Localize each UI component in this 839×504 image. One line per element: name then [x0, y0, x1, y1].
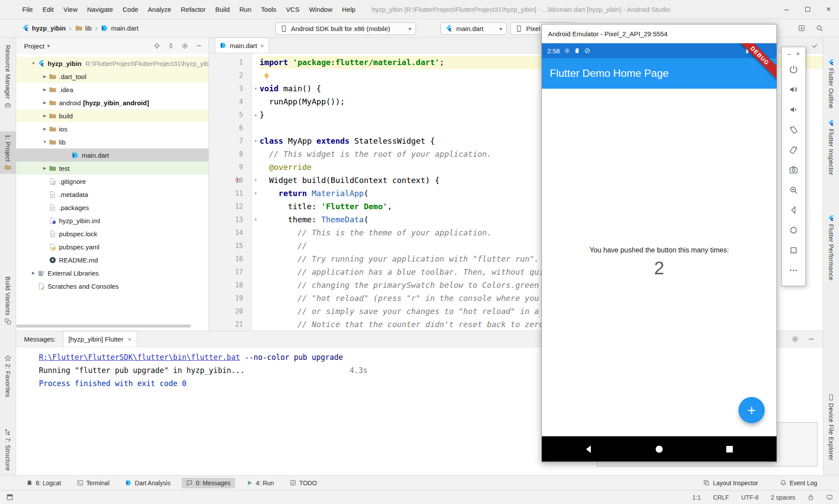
tab-main-dart[interactable]: main.dart ×	[215, 38, 269, 53]
collapse-arrow-icon[interactable]: ▼	[41, 140, 49, 144]
tool-window-6-logcat[interactable]: 6: Logcat	[22, 478, 66, 488]
menu-code[interactable]: Code	[118, 0, 143, 19]
expand-arrow-icon[interactable]: ▶	[41, 87, 49, 92]
tree-item-build[interactable]: ▶build	[16, 109, 208, 122]
fold-marker-icon[interactable]: ▾	[252, 135, 260, 148]
tree-item-external-libraries[interactable]: ▶External Libraries	[16, 266, 208, 280]
line-separator[interactable]: CRLF	[713, 494, 729, 501]
run-config-selector[interactable]: main.dart ▾	[440, 22, 507, 35]
breadcrumb-item-lib[interactable]: lib	[75, 24, 92, 32]
menu-analyze[interactable]: Analyze	[143, 0, 176, 19]
emulator-camera-button[interactable]	[785, 160, 802, 180]
emulator-screen[interactable]: 2:58 Flutter Demo Home Page You have pus…	[542, 43, 777, 462]
emulator-power-button[interactable]	[785, 59, 802, 79]
hide-panel-button[interactable]	[808, 335, 815, 343]
tree-item-scratches-and-consoles[interactable]: Scratches and Consoles	[16, 280, 208, 293]
emulator-more-button[interactable]	[785, 260, 802, 280]
horizontal-scrollbar[interactable]	[16, 324, 191, 328]
minimize-button[interactable]: –	[787, 50, 790, 57]
fold-marker-icon[interactable]: ▾	[252, 187, 260, 200]
fab-increment-button[interactable]: +	[738, 397, 765, 423]
emulator-home-button[interactable]	[785, 220, 802, 240]
expand-arrow-icon[interactable]: ▶	[41, 166, 49, 170]
tool-button-project[interactable]: 1: Project	[0, 131, 16, 174]
search-button[interactable]	[816, 24, 823, 32]
tree-item-readme-md[interactable]: README.md	[16, 253, 208, 266]
project-view-label[interactable]: Project	[24, 42, 45, 50]
emulator-rotate-right-button[interactable]	[785, 140, 802, 160]
menu-refactor[interactable]: Refactor	[176, 0, 211, 19]
tree-item-lib[interactable]: ▼lib	[16, 135, 208, 148]
maximize-button[interactable]	[797, 0, 818, 19]
tool-window-dart-analysis[interactable]: Dart Analysis	[121, 478, 175, 488]
tree-item-pubspec-yaml[interactable]: pubspec.yaml	[16, 240, 208, 253]
close-tab-icon[interactable]: ×	[260, 42, 264, 49]
indent-style[interactable]: 2 spaces	[771, 494, 795, 501]
menu-window[interactable]: Window	[304, 0, 337, 19]
minimize-button[interactable]: –	[776, 0, 797, 19]
tool-window-switcher-icon[interactable]	[6, 494, 14, 501]
bulb-icon[interactable]	[263, 72, 270, 79]
fold-marker-icon[interactable]: ▾	[252, 82, 260, 95]
flutter-bat-link[interactable]: R:\Flutter\FlutterSDK\flutter\bin\flutte…	[39, 353, 240, 362]
minus-button[interactable]	[195, 42, 202, 49]
tool-button-flutter-performance[interactable]: Flutter Performance	[823, 212, 839, 283]
menu-view[interactable]: View	[59, 0, 82, 19]
emulator-volume-down-button[interactable]	[785, 100, 802, 120]
tree-item--idea[interactable]: ▶.idea	[16, 83, 208, 96]
tool-window-0-messages[interactable]: 0: Messages	[182, 478, 235, 488]
tool-button-flutter-outline[interactable]: Flutter Outline	[823, 56, 839, 111]
tree-item--dart-tool[interactable]: ▶.dart_tool	[16, 70, 208, 83]
tool-button-build-variants[interactable]: Build Variants	[0, 273, 16, 328]
menu-file[interactable]: File	[17, 0, 38, 19]
tool-button-resource-manager[interactable]: Resource Manager	[0, 42, 16, 111]
tree-item--packages[interactable]: .packages	[16, 201, 208, 214]
tree-item-hyzp-yibin-iml[interactable]: hyzp_yibin.iml	[16, 214, 208, 227]
caret-position[interactable]: 1:1	[692, 494, 700, 501]
tree-item--gitignore[interactable]: .gitignore	[16, 175, 208, 188]
tool-button-flutter-inspector[interactable]: Flutter Inspector	[823, 117, 839, 178]
locate-button[interactable]	[153, 42, 160, 49]
tree-item--metadata[interactable]: .metadata	[16, 188, 208, 201]
settings-button[interactable]	[791, 335, 799, 343]
menu-vcs[interactable]: VCS	[281, 0, 304, 19]
menu-navigate[interactable]: Navigate	[82, 0, 118, 19]
tool-button-structure[interactable]: 7: Structure	[0, 425, 16, 474]
tool-window-terminal[interactable]: Terminal	[73, 478, 114, 488]
tool-window-4-run[interactable]: 4: Run	[242, 478, 278, 488]
file-encoding[interactable]: UTF-8	[741, 494, 759, 501]
fold-marker-icon[interactable]: ▾	[252, 213, 260, 226]
menu-edit[interactable]: Edit	[38, 0, 59, 19]
tool-window-todo[interactable]: TODO	[285, 478, 321, 488]
tree-item-test[interactable]: ▶test	[16, 162, 208, 175]
messages-tab-flutter[interactable]: [hyzp_yibin] Flutter ×	[63, 331, 138, 347]
breadcrumb-item-hyzp-yibin[interactable]: hyzp_yibin	[22, 24, 66, 32]
expand-arrow-icon[interactable]: ▶	[41, 114, 49, 118]
monitor-button[interactable]	[826, 494, 833, 501]
emulator-back-button[interactable]	[785, 200, 802, 220]
menu-build[interactable]: Build	[210, 0, 234, 19]
chevron-down-icon[interactable]: ▾	[47, 43, 50, 49]
tree-item-ios[interactable]: ▶ios	[16, 122, 208, 135]
emulator-title-bar[interactable]: Android Emulator - Pixel_2_API_29:5554	[542, 24, 777, 43]
menu-help[interactable]: Help	[337, 0, 361, 19]
gear-button[interactable]	[181, 42, 188, 49]
breadcrumb-item-main-dart[interactable]: main.dart	[101, 24, 139, 32]
emulator-overview-button[interactable]	[785, 240, 802, 260]
lock-button[interactable]	[808, 494, 814, 501]
expand-arrow-icon[interactable]: ▶	[29, 271, 38, 275]
tool-button-favorites[interactable]: 2: Favorites	[0, 352, 16, 400]
override-icon[interactable]	[234, 177, 241, 184]
tree-item-pubspec-lock[interactable]: pubspec.lock	[16, 227, 208, 240]
tool-button-device-file-explorer[interactable]: Device File Explorer	[823, 391, 839, 463]
nav-overview-button[interactable]	[725, 444, 735, 454]
collapse-button[interactable]	[167, 42, 174, 49]
tool-window-layout-inspector[interactable]: Layout Inspector	[699, 478, 763, 488]
tool-window-event-log[interactable]: Event Log	[776, 478, 822, 488]
inspections-status-icon[interactable]	[811, 42, 818, 49]
expand-arrow-icon[interactable]: ▶	[41, 127, 49, 131]
tree-item-main-dart[interactable]: main.dart	[16, 148, 208, 162]
emulator-zoom-button[interactable]	[785, 180, 802, 200]
emulator-volume-up-button[interactable]	[785, 79, 802, 100]
emulator-rotate-left-button[interactable]	[785, 120, 802, 140]
